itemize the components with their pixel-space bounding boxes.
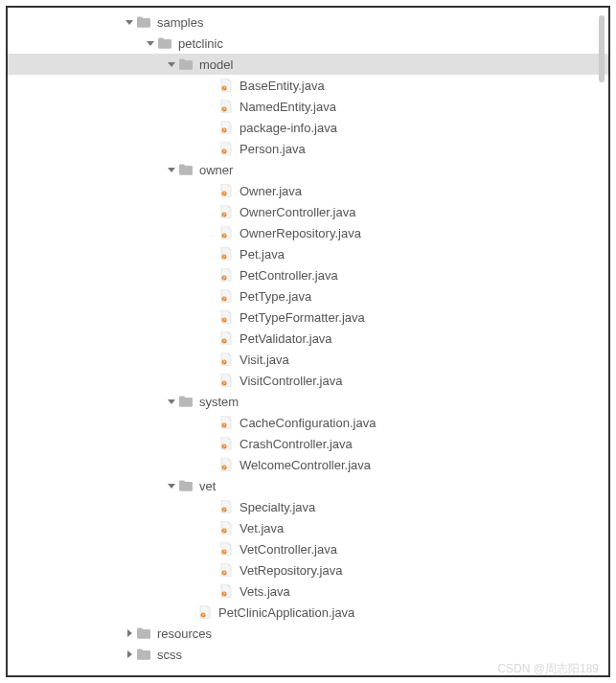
svg-point-1 <box>222 107 227 112</box>
chevron-right-icon[interactable] <box>123 626 136 640</box>
folder-icon <box>157 35 172 51</box>
tree-item-label: PetType.java <box>240 289 311 304</box>
folder-icon <box>178 57 194 72</box>
chevron-down-icon[interactable] <box>165 395 178 408</box>
svg-point-9 <box>222 297 227 302</box>
chevron-down-icon[interactable] <box>165 479 178 492</box>
file-tree-frame: samplespetclinicmodelBaseEntity.javaName… <box>6 6 610 677</box>
folder-icon <box>178 162 194 177</box>
folder-icon <box>136 14 151 30</box>
svg-point-14 <box>222 423 227 428</box>
java-file-icon <box>218 78 234 93</box>
svg-point-16 <box>222 466 227 470</box>
tree-item-pet-controller[interactable]: PetController.java <box>8 264 608 285</box>
tree-item-vet-controller[interactable]: VetController.java <box>8 538 608 559</box>
svg-point-15 <box>222 444 227 449</box>
tree-item-vet-file[interactable]: Vet.java <box>8 517 608 538</box>
tree-item-label: scss <box>157 648 182 662</box>
svg-point-22 <box>201 613 206 618</box>
tree-item-cache-configuration[interactable]: CacheConfiguration.java <box>8 412 608 433</box>
tree-item-base-entity[interactable]: BaseEntity.java <box>8 75 608 96</box>
tree-item-label: package-info.java <box>240 121 337 135</box>
tree-item-vet[interactable]: vet <box>8 475 608 496</box>
tree-item-specialty[interactable]: Specialty.java <box>8 496 608 517</box>
tree-item-label: BaseEntity.java <box>240 79 325 93</box>
svg-point-2 <box>222 128 227 133</box>
java-file-icon <box>218 99 234 114</box>
chevron-down-icon[interactable] <box>165 57 178 71</box>
tree-item-label: Pet.java <box>240 247 285 262</box>
folder-icon <box>136 647 151 662</box>
tree-item-label: Owner.java <box>240 184 302 198</box>
tree-item-petclinic[interactable]: petclinic <box>8 33 608 54</box>
tree-item-package-info[interactable]: package-info.java <box>8 117 608 138</box>
tree-item-vet-repository[interactable]: VetRepository.java <box>8 559 608 581</box>
tree-item-vets[interactable]: Vets.java <box>8 581 608 602</box>
java-file-icon <box>218 204 234 219</box>
svg-point-21 <box>222 592 227 597</box>
tree-item-pet-type[interactable]: PetType.java <box>8 285 608 307</box>
tree-item-label: PetValidator.java <box>240 331 332 346</box>
tree-item-label: CacheConfiguration.java <box>240 416 376 430</box>
folder-icon <box>178 394 194 409</box>
java-file-icon <box>218 246 234 262</box>
tree-item-pet-clinic-application[interactable]: PetClinicApplication.java <box>8 602 608 623</box>
tree-item-label: PetTypeFormatter.java <box>240 310 365 325</box>
chevron-down-icon[interactable] <box>144 36 157 50</box>
java-file-icon <box>218 436 234 451</box>
tree-item-label: VisitController.java <box>240 374 342 388</box>
svg-point-11 <box>222 339 227 344</box>
tree-item-samples[interactable]: samples <box>8 11 608 33</box>
folder-icon <box>178 478 194 493</box>
tree-item-visit[interactable]: Visit.java <box>8 349 608 370</box>
tree-item-label: system <box>199 395 239 409</box>
tree-item-label: OwnerController.java <box>240 205 355 219</box>
svg-point-0 <box>222 86 227 91</box>
java-file-icon <box>218 541 234 557</box>
chevron-down-icon[interactable] <box>165 163 178 176</box>
java-file-icon <box>218 520 234 535</box>
tree-item-model[interactable]: model <box>8 54 608 75</box>
tree-item-scss[interactable]: scss <box>8 644 608 665</box>
tree-item-pet-validator[interactable]: PetValidator.java <box>8 328 608 349</box>
tree-item-label: NamedEntity.java <box>240 100 336 114</box>
svg-point-4 <box>222 192 227 196</box>
java-file-icon <box>218 330 234 346</box>
java-file-icon <box>218 457 234 472</box>
scrollbar-thumb[interactable] <box>599 15 605 82</box>
java-file-icon <box>197 604 213 620</box>
tree-item-owner-controller[interactable]: OwnerController.java <box>8 201 608 222</box>
svg-point-10 <box>222 318 227 323</box>
tree-item-person[interactable]: Person.java <box>8 138 608 159</box>
tree-item-resources[interactable]: resources <box>8 623 608 644</box>
java-file-icon <box>218 309 234 325</box>
svg-point-6 <box>222 234 227 239</box>
java-file-icon <box>218 267 234 283</box>
tree-item-system[interactable]: system <box>8 391 608 412</box>
java-file-icon <box>218 288 234 304</box>
svg-point-18 <box>222 529 227 534</box>
folder-icon <box>136 626 151 641</box>
tree-item-label: Specialty.java <box>240 500 315 514</box>
tree-item-label: OwnerRepository.java <box>240 226 361 240</box>
tree-item-label: model <box>199 57 233 72</box>
tree-item-visit-controller[interactable]: VisitController.java <box>8 370 608 391</box>
file-tree[interactable]: samplespetclinicmodelBaseEntity.javaName… <box>8 8 608 675</box>
java-file-icon <box>218 120 234 135</box>
tree-item-named-entity[interactable]: NamedEntity.java <box>8 96 608 117</box>
tree-item-label: WelcomeController.java <box>240 458 371 472</box>
tree-item-crash-controller[interactable]: CrashController.java <box>8 433 608 454</box>
chevron-right-icon[interactable] <box>123 648 136 661</box>
svg-point-19 <box>222 550 227 555</box>
svg-point-12 <box>222 360 227 365</box>
tree-item-owner-repository[interactable]: OwnerRepository.java <box>8 222 608 243</box>
java-file-icon <box>218 373 234 388</box>
chevron-down-icon[interactable] <box>123 15 136 29</box>
tree-item-welcome-controller[interactable]: WelcomeController.java <box>8 454 608 475</box>
tree-item-owner-file[interactable]: Owner.java <box>8 180 608 201</box>
tree-item-label: Vets.java <box>240 584 290 599</box>
tree-item-label: CrashController.java <box>240 437 353 451</box>
tree-item-owner[interactable]: owner <box>8 159 608 180</box>
tree-item-pet-type-formatter[interactable]: PetTypeFormatter.java <box>8 307 608 328</box>
tree-item-pet[interactable]: Pet.java <box>8 243 608 264</box>
